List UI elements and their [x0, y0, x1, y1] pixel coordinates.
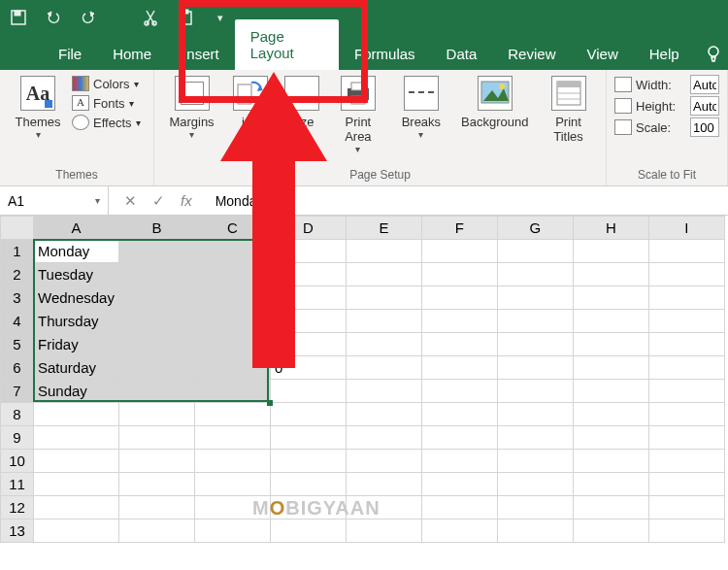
fx-icon[interactable]: fx: [181, 192, 192, 210]
name-box[interactable]: A1▾: [0, 186, 109, 215]
cell-A4[interactable]: Thursday: [34, 310, 119, 333]
cell-B2[interactable]: [118, 263, 194, 286]
scale-input[interactable]: [690, 117, 719, 137]
cell-G5[interactable]: [497, 333, 573, 356]
cell-H6[interactable]: [573, 356, 648, 380]
cell-E8[interactable]: [346, 403, 421, 426]
themes-button[interactable]: Aa Themes ▾: [8, 74, 68, 140]
cell-H1[interactable]: [573, 240, 648, 263]
tell-me-icon[interactable]: [699, 37, 728, 70]
height-input[interactable]: [690, 96, 719, 116]
row-header-3[interactable]: 3: [1, 286, 34, 310]
cell-H8[interactable]: [573, 403, 648, 426]
worksheet[interactable]: ABCDEFGHI1Monday2Tuesday3Wednesday4Thurs…: [0, 216, 728, 543]
cell-D11[interactable]: [270, 473, 346, 496]
cell-E1[interactable]: [346, 240, 421, 263]
tab-view[interactable]: View: [571, 38, 633, 70]
cell-H13[interactable]: [573, 520, 648, 543]
cell-F9[interactable]: [421, 426, 497, 450]
cell-F10[interactable]: [421, 450, 497, 473]
cell-E9[interactable]: [346, 426, 421, 450]
size-button[interactable]: Size▾: [279, 74, 324, 140]
breaks-button[interactable]: Breaks▾: [391, 74, 450, 140]
enter-icon[interactable]: ✓: [152, 192, 165, 210]
row-header-1[interactable]: 1: [1, 240, 34, 263]
row-header-4[interactable]: 4: [1, 310, 34, 333]
cell-B12[interactable]: [118, 496, 194, 520]
fonts-button[interactable]: AFonts ▾: [72, 95, 141, 111]
cell-F12[interactable]: [421, 496, 497, 520]
cell-F4[interactable]: [421, 310, 497, 333]
redo-icon[interactable]: [76, 5, 101, 30]
cell-I2[interactable]: [648, 263, 724, 286]
tab-review[interactable]: Review: [492, 38, 571, 70]
formula-input[interactable]: Monday: [208, 193, 728, 209]
row-header-6[interactable]: 6: [1, 356, 34, 380]
cell-A8[interactable]: [34, 403, 119, 426]
cell-G6[interactable]: [497, 356, 573, 380]
row-header-5[interactable]: 5: [1, 333, 34, 356]
cell-C13[interactable]: [194, 520, 270, 543]
cell-G10[interactable]: [497, 450, 573, 473]
column-header-G[interactable]: G: [497, 217, 573, 240]
cell-G9[interactable]: [497, 426, 573, 450]
cell-C6[interactable]: [194, 356, 270, 380]
undo-icon[interactable]: [41, 5, 66, 30]
cell-A3[interactable]: Wednesday: [34, 286, 119, 310]
background-button[interactable]: Background: [454, 74, 535, 129]
cell-H2[interactable]: [573, 263, 648, 286]
cell-D6[interactable]: 0: [270, 356, 346, 380]
cell-E10[interactable]: [346, 450, 421, 473]
cell-C3[interactable]: [194, 286, 270, 310]
width-input[interactable]: [690, 75, 719, 94]
cancel-icon[interactable]: ✕: [124, 192, 137, 210]
column-header-F[interactable]: F: [421, 217, 497, 240]
column-header-B[interactable]: B: [118, 217, 194, 240]
cell-G1[interactable]: [497, 240, 573, 263]
cell-A11[interactable]: [34, 473, 119, 496]
row-header-11[interactable]: 11: [1, 473, 34, 496]
cell-I6[interactable]: [648, 356, 724, 380]
cell-B5[interactable]: [118, 333, 194, 356]
cell-F11[interactable]: [421, 473, 497, 496]
row-header-9[interactable]: 9: [1, 426, 34, 450]
cell-I7[interactable]: [648, 380, 724, 403]
cell-H3[interactable]: [573, 286, 648, 310]
tab-insert[interactable]: Insert: [167, 38, 235, 70]
tab-help[interactable]: Help: [634, 38, 695, 70]
cell-E5[interactable]: [346, 333, 421, 356]
cell-A13[interactable]: [34, 520, 119, 543]
cell-H4[interactable]: [573, 310, 648, 333]
cell-E13[interactable]: [346, 520, 421, 543]
cell-H9[interactable]: [573, 426, 648, 450]
cell-A6[interactable]: Saturday: [34, 356, 119, 380]
cell-I9[interactable]: [648, 426, 724, 450]
row-header-10[interactable]: 10: [1, 450, 34, 473]
cell-F1[interactable]: [421, 240, 497, 263]
cell-B4[interactable]: [118, 310, 194, 333]
cell-F6[interactable]: [421, 356, 497, 380]
cell-B7[interactable]: [118, 380, 194, 403]
paste-icon[interactable]: [173, 5, 198, 30]
cell-F13[interactable]: [421, 520, 497, 543]
cell-G7[interactable]: [497, 380, 573, 403]
colors-button[interactable]: Colors ▾: [72, 76, 141, 91]
cell-H11[interactable]: [573, 473, 648, 496]
cell-C9[interactable]: [194, 426, 270, 450]
orientation-button[interactable]: ion▾: [225, 74, 275, 140]
row-header-12[interactable]: 12: [1, 496, 34, 520]
column-header-A[interactable]: A: [34, 217, 119, 240]
cell-E4[interactable]: [346, 310, 421, 333]
cell-H7[interactable]: [573, 380, 648, 403]
cell-A2[interactable]: Tuesday: [34, 263, 119, 286]
cell-B6[interactable]: [118, 356, 194, 380]
cell-E6[interactable]: [346, 356, 421, 380]
cell-D2[interactable]: [270, 263, 346, 286]
cell-G11[interactable]: [497, 473, 573, 496]
cell-C5[interactable]: [194, 333, 270, 356]
row-header-13[interactable]: 13: [1, 520, 34, 543]
cell-I3[interactable]: [648, 286, 724, 310]
cell-G8[interactable]: [497, 403, 573, 426]
print-titles-button[interactable]: Print Titles: [539, 74, 598, 144]
print-area-button[interactable]: Print Area▾: [328, 74, 387, 154]
